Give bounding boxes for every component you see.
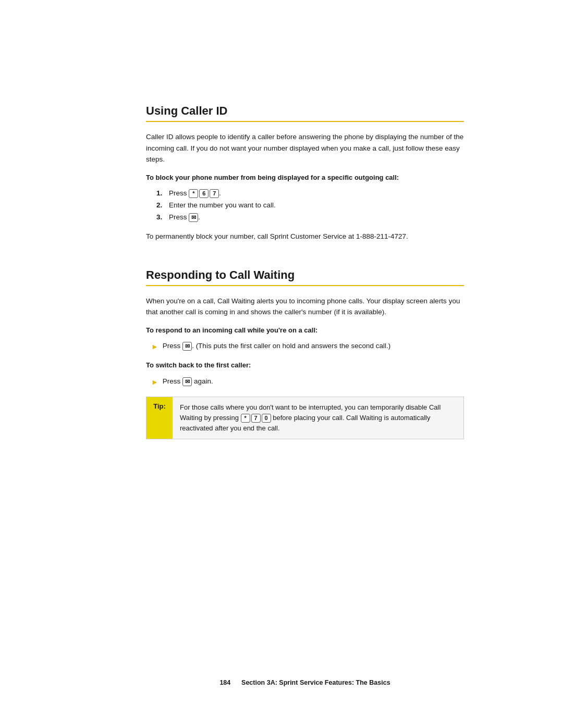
bullet-2: ► Press ✉ again.: [151, 376, 464, 388]
page-container: Using Caller ID Caller ID allows people …: [0, 0, 563, 728]
section2-bullets-2: ► Press ✉ again.: [146, 376, 464, 388]
bullet-arrow-1: ►: [151, 341, 158, 353]
section-call-waiting: Responding to Call Waiting When you're o…: [146, 268, 464, 440]
key-send-2: ✉: [182, 342, 192, 351]
section2-intro: When you're on a call, Call Waiting aler…: [146, 295, 464, 318]
bullet-1: ► Press ✉. (This puts the first caller o…: [151, 340, 464, 353]
step-1: 1. Press *67 .: [156, 188, 464, 200]
tip-key-star: *: [241, 414, 250, 423]
section1-steps: 1. Press *67 . 2. Enter the number you w…: [146, 188, 464, 224]
page-footer: 184 Section 3A: Sprint Service Features:…: [146, 658, 464, 686]
section1-title: Using Caller ID: [146, 104, 464, 122]
key-send-1: ✉: [189, 213, 198, 222]
section1-instruction: To block your phone number from being di…: [146, 172, 464, 183]
tip-keys: *70: [241, 414, 271, 423]
bullet-arrow-2: ►: [151, 376, 158, 388]
key-6: 6: [199, 189, 209, 198]
section1-footer-note: To permanently block your number, call S…: [146, 231, 464, 242]
tip-key-0: 0: [262, 414, 271, 423]
section2-bullets: ► Press ✉. (This puts the first caller o…: [146, 340, 464, 353]
section2-title: Responding to Call Waiting: [146, 268, 464, 286]
section2-instruction2: To switch back to the first caller:: [146, 360, 464, 371]
step-3: 3. Press ✉.: [156, 212, 464, 224]
tip-key-7: 7: [251, 414, 261, 423]
page-number: 184: [219, 679, 230, 686]
key-send-3: ✉: [182, 377, 192, 386]
section1-intro: Caller ID allows people to identify a ca…: [146, 131, 464, 165]
key-star: *: [189, 189, 198, 198]
section-caller-id: Using Caller ID Caller ID allows people …: [146, 104, 464, 250]
step2-text: Enter the number you want to call.: [169, 200, 276, 212]
tip-content: For those calls where you don't want to …: [173, 397, 463, 439]
tip-box: Tip: For those calls where you don't wan…: [146, 397, 464, 439]
tip-label: Tip:: [146, 397, 173, 439]
step1-keys: *67: [189, 189, 219, 198]
section2-instruction1: To respond to an incoming call while you…: [146, 325, 464, 336]
step-2: 2. Enter the number you want to call.: [156, 200, 464, 212]
footer-section-text: Section 3A: Sprint Service Features: The…: [241, 679, 390, 686]
key-7: 7: [210, 189, 219, 198]
